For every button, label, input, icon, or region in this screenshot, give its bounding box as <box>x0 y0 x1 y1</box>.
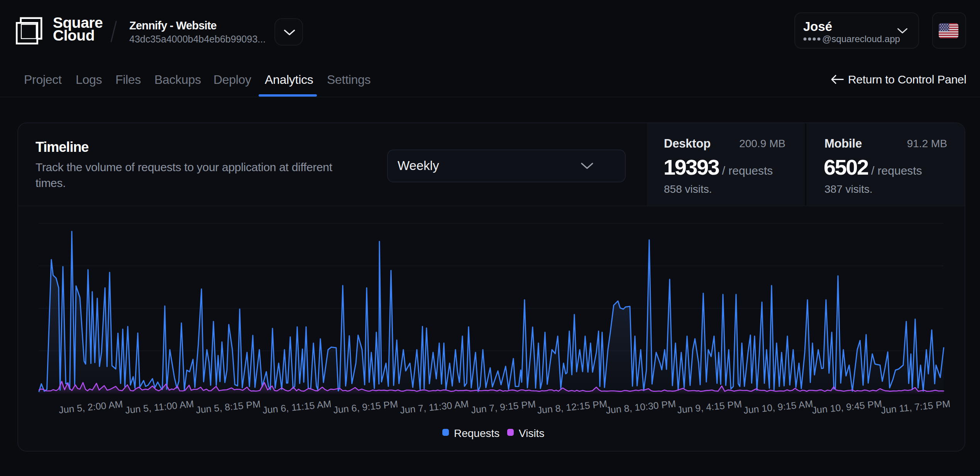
svg-text:Jun 11, 7:15 PM: Jun 11, 7:15 PM <box>880 398 951 415</box>
svg-text:Jun 8, 12:15 PM: Jun 8, 12:15 PM <box>537 398 608 415</box>
svg-text:Jun 8, 10:30 PM: Jun 8, 10:30 PM <box>605 398 676 415</box>
svg-text:Jun 9, 4:15 PM: Jun 9, 4:15 PM <box>677 398 742 415</box>
svg-text:Jun 10, 9:15 AM: Jun 10, 9:15 AM <box>743 398 814 415</box>
svg-text:Jun 6, 9:15 PM: Jun 6, 9:15 PM <box>333 398 398 415</box>
svg-text:Jun 7, 11:30 AM: Jun 7, 11:30 AM <box>399 398 469 416</box>
svg-text:Jun 5, 11:00 AM: Jun 5, 11:00 AM <box>125 398 195 416</box>
svg-text:Jun 5, 2:00 AM: Jun 5, 2:00 AM <box>58 398 124 415</box>
svg-text:Jun 7, 9:15 PM: Jun 7, 9:15 PM <box>471 398 536 415</box>
svg-text:Jun 5, 8:15 PM: Jun 5, 8:15 PM <box>195 398 261 415</box>
svg-text:Jun 6, 11:15 AM: Jun 6, 11:15 AM <box>262 398 332 416</box>
svg-text:Jun 10, 9:45 PM: Jun 10, 9:45 PM <box>811 398 882 415</box>
